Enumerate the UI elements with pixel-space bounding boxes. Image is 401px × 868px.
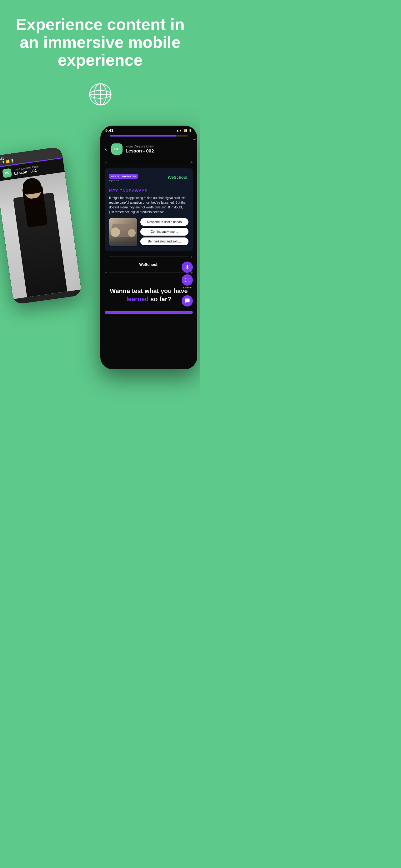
phone-back: 9:41 ▲▼📶🔋 ‹ CC From Creative Crew Lesson…: [0, 147, 82, 305]
takeaways-body: It might be disappointing to find out th…: [109, 195, 188, 214]
tag-container: DIGITAL PRODUCTS Alphabet: [109, 173, 138, 182]
enlarge-label: Enlarge: [183, 286, 192, 289]
hero-title: Experience content in an immersive mobil…: [9, 16, 191, 69]
progress-label: 2/3: [192, 137, 197, 141]
front-back-arrow-icon: ‹: [105, 145, 107, 153]
front-cc-badge: CC: [111, 144, 123, 155]
status-icons: ▲▼ 📶 🔋: [176, 129, 192, 132]
pill-respond: Respond to user's needs: [140, 218, 188, 226]
content-divider: [109, 185, 188, 185]
progress-fill: [110, 135, 176, 136]
enlarge-button[interactable]: [182, 274, 193, 286]
front-phone-header: ‹ CC From Creative Crew Lesson - 002: [100, 140, 197, 158]
digital-products-tag: DIGITAL PRODUCTS: [109, 174, 138, 179]
weschool-logo: WeSchool.: [168, 175, 188, 180]
takeaways-row: Respond to user's needs Continuously imp…: [109, 218, 188, 246]
divider-row-top: + +: [100, 158, 197, 166]
front-status-bar: 9:41 ▲▼ 📶 🔋: [100, 126, 197, 135]
pill-marketed: Be marketed and sold...: [140, 238, 188, 245]
download-button[interactable]: [182, 261, 193, 273]
back-cc-badge: CC: [2, 168, 12, 178]
globe-icon: [85, 79, 116, 110]
chat-button[interactable]: [182, 295, 193, 307]
quiz-title: Wanna test what you have learned so far?: [105, 287, 193, 303]
divider-row-mid: + +: [100, 253, 197, 260]
key-takeaways-title: KEY TAKEAWAYS: [109, 188, 188, 193]
tag-row: DIGITAL PRODUCTS Alphabet WeSchool.: [109, 173, 188, 182]
pill-continuously: Continuously impr...: [140, 228, 188, 236]
hero-section: Experience content in an immersive mobil…: [0, 0, 201, 122]
back-phone-video: [0, 172, 81, 299]
progress-bar: [110, 135, 188, 136]
front-lesson-info: From Creative Crew Lesson - 002: [126, 145, 154, 153]
bottom-progress-bar: [105, 311, 193, 314]
phones-container: 9:41 ▲▼📶🔋 ‹ CC From Creative Crew Lesson…: [0, 126, 201, 382]
pills-column: Respond to user's needs Continuously imp…: [140, 218, 188, 246]
takeaways-image: [109, 218, 137, 246]
enlarge-section: Enlarge: [182, 274, 193, 289]
content-area: DIGITAL PRODUCTS Alphabet WeSchool. KEY …: [105, 168, 193, 251]
back-arrow-icon: ‹: [0, 171, 1, 177]
phone-front: 9:41 ▲▼ 📶 🔋 2/3 ‹ CC From Creative Crew …: [100, 126, 197, 369]
